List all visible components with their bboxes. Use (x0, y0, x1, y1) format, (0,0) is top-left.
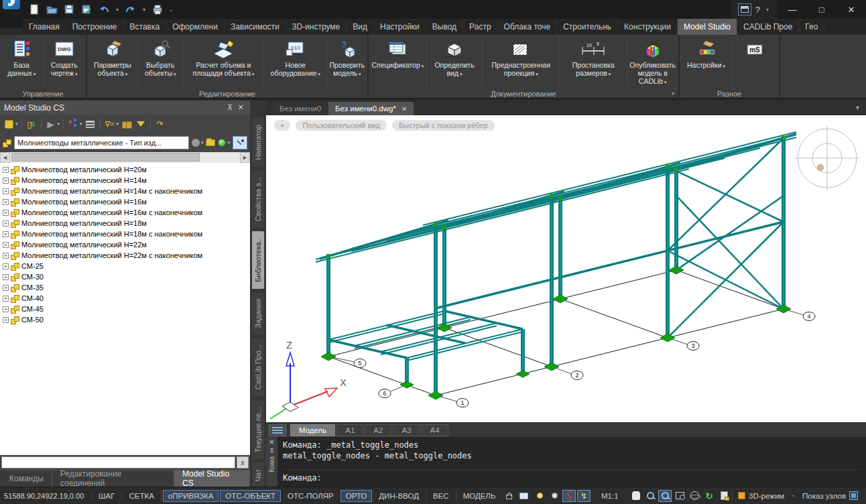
document-tab[interactable]: Без имени0 (273, 102, 328, 115)
layout-tab-a1[interactable]: А1 (336, 424, 363, 436)
ribbon-tab[interactable]: Строительнь (557, 19, 618, 35)
refresh-db-icon[interactable] (218, 139, 226, 147)
save-all-button[interactable] (79, 2, 94, 17)
ribbon-tab[interactable]: Растр (463, 19, 497, 35)
check-model-button[interactable]: ? Проверить модель (327, 36, 367, 88)
tab-commands[interactable]: Команды (1, 470, 52, 487)
zoom-window-icon[interactable] (673, 490, 686, 502)
mode-3d-indicator[interactable]: 3D-режим (734, 492, 788, 500)
publish-cadlib-button[interactable]: CLP Опубликовать модель в CADLib (627, 36, 678, 88)
palette-horizontal-scrollbar[interactable]: ◄ ► (0, 152, 250, 163)
ribbon-tab[interactable]: CADLib Прое (737, 19, 799, 35)
close-icon[interactable]: ✕ (269, 437, 274, 447)
expand-icon[interactable] (3, 210, 9, 216)
annotation-scale[interactable]: М1:1 (592, 492, 628, 500)
redo-button[interactable] (123, 2, 138, 17)
bulb-icon[interactable] (548, 490, 561, 502)
expand-icon[interactable] (3, 263, 9, 269)
expand-icon[interactable] (3, 296, 9, 302)
tree-item[interactable]: Молниеотвод металлический Н=14м (0, 175, 250, 186)
close-button[interactable]: ✕ (837, 0, 866, 19)
view-compass[interactable] (795, 126, 859, 190)
ribbon-tab[interactable]: Зависимости (225, 19, 286, 35)
close-tab-icon[interactable]: ✕ (401, 105, 407, 113)
define-view-button[interactable]: Определить вид (427, 36, 483, 88)
expand-icon[interactable] (3, 199, 9, 205)
ribbon-tab[interactable]: Вывод (426, 19, 463, 35)
expand-icon[interactable] (3, 317, 9, 323)
expand-icon[interactable] (3, 231, 9, 237)
drawing-canvas[interactable]: + Пользовательский вид Быстрый с показом… (266, 115, 866, 422)
group-dialog-arrow[interactable]: ▾ (672, 90, 674, 97)
tree-item[interactable]: СМ-25 (0, 261, 250, 271)
apply-icon[interactable]: ▶ (45, 117, 57, 131)
layout-tab-a4[interactable]: А4 (422, 424, 448, 436)
toggle-snap-step[interactable]: ШАГ (93, 490, 120, 502)
preset-projection-button[interactable]: Преднастроенная проекция (483, 36, 560, 88)
tab-joint-editing[interactable]: Редактирование соединений (52, 470, 174, 487)
plot-db-icon[interactable] (3, 117, 15, 131)
tree-item[interactable]: Молниеотвод металлический Н=16м (0, 196, 250, 207)
toggle-osnap[interactable]: оПРИВЯЗКА (163, 490, 219, 502)
monitor-icon[interactable] (517, 490, 530, 502)
toggle-otrack-object[interactable]: ОТС-ОБЪЕКТ (220, 490, 281, 502)
tree-item[interactable]: Молниеотвод металлический Н=16м с наконе… (0, 207, 250, 218)
interface-switch-icon[interactable] (738, 3, 751, 15)
expand-icon[interactable] (3, 167, 9, 173)
pan-icon[interactable] (629, 490, 643, 502)
clear-input-button[interactable]: x (237, 456, 249, 468)
side-tab-chat[interactable]: Чат (252, 462, 264, 488)
toggle-otrack-polar[interactable]: ОТС-ПОЛЯР (282, 490, 339, 502)
expand-icon[interactable] (3, 188, 9, 194)
layout-tab-model[interactable]: Модель (290, 424, 335, 436)
side-tab-cadlib[interactable]: CadLib Про... (252, 338, 264, 396)
ribbon-tab-model-studio[interactable]: Model Studio (678, 19, 737, 35)
undo-button[interactable] (97, 2, 111, 17)
layout-menu-icon[interactable] (269, 424, 286, 436)
tree-item[interactable]: СМ-50 (0, 314, 250, 325)
tree-item[interactable]: Молниеотвод металлический Н=18м с наконе… (0, 229, 250, 239)
toggle-ortho[interactable]: ОРТО (341, 490, 373, 502)
command-prompt[interactable]: Команда: (283, 469, 861, 484)
help-button[interactable]: ? (755, 5, 760, 15)
ribbon-tab[interactable]: Конструкции (618, 19, 678, 35)
ribbon-tab[interactable]: Гео (799, 19, 824, 35)
scrollbar-thumb[interactable] (11, 153, 200, 162)
dimensions-button[interactable]: 105 Простановка размеров (560, 36, 627, 88)
funnel-filter-icon[interactable] (135, 117, 147, 131)
ribbon-tab[interactable]: Вид (347, 19, 374, 35)
zoom-realtime-icon[interactable] (658, 490, 672, 502)
app-logo[interactable] (0, 0, 23, 28)
tree-item[interactable]: Молниеотвод металлический Н=22м с наконе… (0, 250, 250, 261)
expand-icon[interactable] (3, 306, 9, 312)
expand-icon[interactable] (3, 220, 9, 227)
db-sync-icon[interactable]: ▯⇅ (25, 117, 38, 131)
side-tab-navigator[interactable]: Навигатор (252, 118, 264, 167)
ms-button[interactable]: mS . (733, 36, 778, 88)
toggle-model-space[interactable]: МОДЕЛЬ (458, 490, 501, 502)
toggle-grid[interactable]: СЕТКА (123, 490, 159, 502)
tree-item[interactable]: Молниеотвод металлический Н=18м (0, 218, 250, 229)
layout-tab-a2[interactable]: А2 (365, 424, 391, 436)
help-dropdown[interactable]: ▾ (764, 7, 771, 13)
quick-search-input[interactable] (1, 456, 235, 468)
show-nodes-indicator[interactable]: Показ узлов (798, 491, 862, 500)
cursor-disabled-icon[interactable] (562, 490, 576, 502)
lock-icon[interactable] (502, 490, 515, 502)
new-file-button[interactable] (27, 2, 42, 17)
undo-dropdown[interactable]: ▾ (114, 7, 121, 13)
ribbon-tab[interactable]: Главная (23, 19, 66, 35)
tree-item[interactable]: СМ-40 (0, 293, 250, 304)
tree-item[interactable]: СМ-30 (0, 271, 250, 282)
object-params-button[interactable]: Параметры объекта (88, 36, 138, 88)
tab-list-dropdown[interactable]: ▼ (855, 105, 861, 111)
tab-model-studio-cs[interactable]: Model Studio CS (174, 470, 250, 487)
toggle-lineweight[interactable]: ВЕС (428, 490, 454, 502)
print-button[interactable] (150, 2, 165, 17)
export-icon[interactable]: ↷ (154, 117, 166, 131)
command-history[interactable]: Команда: _metal_toggle_nodes metal_toggl… (277, 437, 866, 487)
tree-view-icon[interactable] (67, 117, 79, 131)
save-button[interactable] (62, 2, 76, 17)
selection-highlight-icon[interactable] (533, 490, 546, 502)
document-tab-active[interactable]: Без имени0.dwg*✕ (328, 102, 414, 115)
